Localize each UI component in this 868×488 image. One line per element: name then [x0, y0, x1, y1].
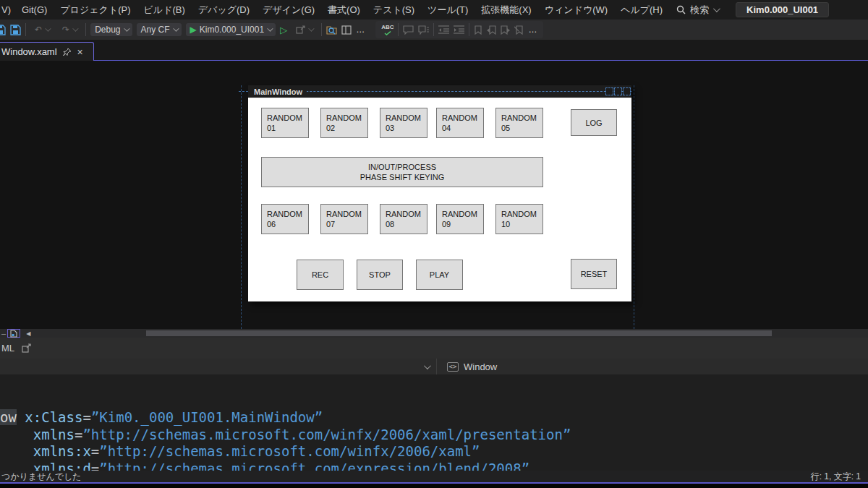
- menu-item-truncated[interactable]: V): [0, 4, 15, 15]
- close-icon[interactable]: ×: [77, 47, 83, 57]
- random-07-button[interactable]: RANDOM 07: [320, 204, 368, 234]
- menu-item[interactable]: ヘルプ(H): [614, 0, 669, 20]
- members-dropdown[interactable]: <> Window: [437, 361, 497, 372]
- toolbar-separator: [85, 23, 86, 36]
- minimize-button[interactable]: [605, 87, 613, 95]
- pin-icon[interactable]: [63, 48, 72, 56]
- chevron-down-icon: [72, 25, 78, 31]
- designer-xaml-splitter[interactable]: ML: [0, 338, 868, 359]
- chevron-down-icon: [424, 362, 431, 369]
- toggle-bookmark-icon[interactable]: [474, 25, 482, 35]
- menu-item[interactable]: 拡張機能(X): [475, 0, 537, 20]
- random-04-button[interactable]: RANDOM 04: [436, 108, 484, 138]
- search-control[interactable]: 検索: [676, 4, 718, 17]
- check-icon: [384, 31, 391, 35]
- element-name: Window: [464, 361, 497, 372]
- document-tab-bar: Window.xaml ×: [0, 40, 868, 61]
- in-out-process-button[interactable]: IN/OUT/PROCESS PHASE SHIFT KEYING: [261, 157, 543, 187]
- editor-navigation-bar: <> Window: [0, 359, 868, 375]
- save-all-icon[interactable]: [10, 25, 21, 35]
- solution-config-dropdown[interactable]: Debug: [90, 23, 132, 36]
- random-08-button[interactable]: RANDOM 08: [380, 204, 427, 234]
- increase-indent-icon[interactable]: [454, 25, 464, 34]
- types-dropdown[interactable]: [0, 359, 437, 374]
- menu-item[interactable]: テスト(S): [367, 0, 421, 20]
- vs-window: V) Git(G)プロジェクト(P)ビルド(B)デバッグ(D)デザイン(G)書式…: [0, 0, 868, 488]
- reset-button[interactable]: RESET: [571, 259, 617, 289]
- chevron-down-icon: [267, 25, 273, 31]
- designed-window-title: MainWindow: [248, 87, 307, 96]
- save-icon[interactable]: [0, 25, 6, 35]
- scroll-left-icon[interactable]: ◀: [26, 330, 30, 337]
- toolbar-overflow-button[interactable]: …: [356, 25, 365, 35]
- random-05-button[interactable]: RANDOM 05: [495, 108, 543, 138]
- decrease-indent-icon[interactable]: [438, 25, 449, 34]
- menu-item[interactable]: ウィンドウ(W): [538, 0, 614, 20]
- menu-item[interactable]: ツール(T): [421, 0, 475, 20]
- random-06-button[interactable]: RANDOM 06: [261, 204, 309, 234]
- log-button[interactable]: LOG: [571, 109, 617, 136]
- adorner-guide-right: [634, 85, 634, 329]
- xaml-pane-label[interactable]: ML: [1, 343, 14, 354]
- designed-window-titlebar[interactable]: MainWindow: [248, 85, 631, 98]
- clear-bookmarks-icon[interactable]: [514, 25, 524, 35]
- menu-item[interactable]: プロジェクト(P): [54, 0, 137, 20]
- menu-item[interactable]: ビルド(B): [137, 0, 192, 20]
- xaml-designer-surface[interactable]: MainWindow RANDOM 01 RANDOM 02 RANDOM 03…: [0, 61, 868, 329]
- spellcheck-icon[interactable]: ABC: [381, 25, 393, 35]
- status-message: つかりませんでした: [1, 471, 82, 483]
- code-lines: ow x:Class=”Kim0._000_UI001.MainWindow” …: [0, 409, 868, 471]
- attach-process-button[interactable]: [292, 24, 317, 36]
- menu-item[interactable]: デザイン(G): [256, 0, 321, 20]
- comment-icon[interactable]: [403, 25, 414, 35]
- toolbar-separator: [469, 23, 469, 36]
- random-09-button[interactable]: RANDOM 09: [436, 204, 484, 234]
- next-bookmark-icon[interactable]: [501, 25, 510, 35]
- toolbar-overflow-button[interactable]: …: [528, 25, 537, 35]
- adorner-tick: [239, 91, 248, 92]
- toolbar: ↶ ↷ Debug Any CF ▶Kim0.000_UI001 ▷ … ABC: [0, 20, 868, 40]
- designed-main-window[interactable]: MainWindow RANDOM 01 RANDOM 02 RANDOM 03…: [248, 85, 631, 301]
- toolbar-separator: [433, 23, 434, 36]
- xml-element-icon: <>: [447, 362, 459, 372]
- toolbar-separator: [398, 23, 399, 36]
- designed-window-body: RANDOM 01 RANDOM 02 RANDOM 03 RANDOM 04 …: [248, 98, 631, 301]
- random-10-button[interactable]: RANDOM 10: [495, 204, 543, 234]
- hscrollbar-track[interactable]: [35, 329, 868, 338]
- document-icon: [10, 330, 17, 338]
- chevron-down-icon: [173, 25, 179, 31]
- collapse-dash: –: [1, 329, 6, 338]
- random-02-button[interactable]: RANDOM 02: [320, 108, 368, 138]
- adorner-guide-left: [241, 85, 242, 329]
- document-outline-button[interactable]: [7, 329, 20, 338]
- chevron-down-icon: [124, 25, 129, 31]
- toolbar-separator: [321, 23, 322, 36]
- random-01-button[interactable]: RANDOM 01: [261, 108, 309, 138]
- xaml-code-editor[interactable]: ow x:Class=”Kim0._000_UI001.MainWindow” …: [0, 375, 868, 471]
- start-debug-button[interactable]: ▶Kim0.000_UI001: [186, 23, 276, 36]
- tab-mainwindow-xaml[interactable]: Window.xaml ×: [0, 42, 94, 61]
- prev-bookmark-icon[interactable]: [487, 25, 496, 35]
- play-icon: ▶: [190, 25, 197, 35]
- chevron-down-icon: [308, 25, 314, 31]
- menu-item[interactable]: 書式(O): [321, 0, 367, 20]
- popout-icon[interactable]: [22, 343, 31, 353]
- random-03-button[interactable]: RANDOM 03: [380, 108, 427, 138]
- rec-button[interactable]: REC: [297, 260, 344, 290]
- close-button[interactable]: [623, 87, 631, 95]
- attach-icon: [296, 25, 305, 35]
- menu-item[interactable]: Git(G): [15, 0, 54, 20]
- undo-button[interactable]: ↶: [30, 23, 54, 36]
- play-button[interactable]: PLAY: [416, 260, 463, 290]
- solution-platform-dropdown[interactable]: Any CF: [137, 23, 182, 36]
- hscrollbar-thumb[interactable]: [146, 330, 772, 336]
- find-in-files-icon[interactable]: [326, 25, 337, 35]
- chevron-down-icon: [45, 25, 51, 31]
- new-window-icon[interactable]: [341, 25, 352, 35]
- maximize-button[interactable]: [614, 87, 622, 95]
- redo-button[interactable]: ↷: [58, 23, 81, 36]
- menu-item[interactable]: デバッグ(D): [192, 0, 256, 20]
- start-without-debug-icon[interactable]: ▷: [280, 25, 287, 35]
- stop-button[interactable]: STOP: [357, 260, 403, 290]
- uncomment-icon[interactable]: [418, 25, 429, 35]
